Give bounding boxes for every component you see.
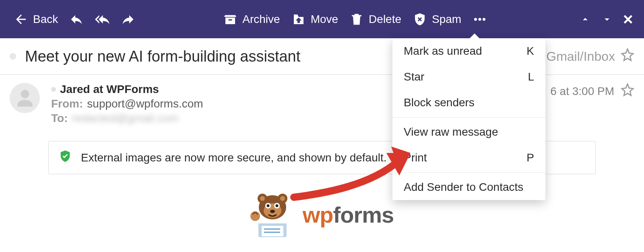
dropdown-arrow (469, 33, 480, 39)
reply-all-button[interactable] (89, 12, 115, 27)
email-body-logo: wpforms (0, 190, 644, 239)
spam-button[interactable]: Spam (407, 12, 467, 27)
spam-shield-icon (413, 12, 427, 27)
mail-toolbar: Back Archive Move Delete (0, 0, 644, 38)
to-address: redacted@gmail.com (72, 112, 178, 125)
svg-point-1 (479, 18, 481, 21)
menu-view-raw[interactable]: View raw message (392, 119, 545, 145)
subject-row: Meet your new AI form-building assistant… (0, 38, 644, 75)
reply-all-icon (95, 12, 109, 27)
forward-button[interactable] (115, 12, 141, 27)
ellipsis-icon (473, 12, 487, 27)
move-label: Move (311, 13, 338, 26)
menu-label: View raw message (404, 126, 498, 138)
menu-star[interactable]: Star L (392, 64, 545, 90)
message-header: Jared at WPForms From: support@wpforms.c… (0, 75, 644, 126)
star-icon[interactable] (621, 83, 634, 99)
svg-rect-16 (262, 226, 283, 236)
menu-mark-unread[interactable]: Mark as unread K (392, 38, 545, 64)
notice-text: External images are now more secure, and… (81, 151, 387, 164)
unread-dot (10, 53, 16, 60)
to-label: To: (51, 112, 68, 125)
move-button[interactable]: Move (286, 12, 344, 27)
move-icon (291, 12, 306, 27)
star-icon[interactable] (621, 48, 634, 65)
more-actions-dropdown: Mark as unread K Star L Block senders Vi… (392, 38, 545, 200)
archive-label: Archive (242, 13, 280, 26)
menu-shortcut: K (526, 45, 534, 58)
menu-print[interactable]: Print P (392, 145, 545, 171)
svg-point-12 (275, 204, 278, 207)
from-address: support@wpforms.com (87, 97, 203, 110)
menu-label: Block senders (404, 96, 475, 109)
more-actions-button[interactable] (467, 12, 493, 27)
delete-button[interactable]: Delete (344, 12, 407, 27)
arrow-left-icon (14, 12, 28, 27)
svg-point-0 (474, 18, 477, 21)
status-dot (51, 87, 56, 92)
menu-add-sender-to-contacts[interactable]: Add Sender to Contacts (392, 174, 545, 200)
trash-icon (349, 12, 364, 27)
svg-point-11 (266, 204, 269, 207)
svg-point-6 (260, 196, 265, 201)
menu-separator (392, 117, 545, 118)
spam-label: Spam (432, 13, 461, 26)
archive-button[interactable]: Archive (217, 12, 285, 27)
wpforms-mascot-icon (250, 190, 295, 239)
menu-shortcut: L (528, 70, 534, 83)
menu-shortcut: P (526, 151, 534, 164)
sender-name: Jared at WPForms (60, 83, 159, 96)
avatar (10, 83, 40, 113)
svg-point-2 (483, 18, 485, 21)
menu-block-senders[interactable]: Block senders (392, 90, 545, 116)
menu-label: Print (404, 151, 427, 164)
archive-icon (223, 12, 237, 27)
menu-separator (392, 172, 545, 173)
menu-label: Add Sender to Contacts (404, 181, 523, 194)
menu-label: Star (404, 70, 424, 83)
chevron-up-icon[interactable] (578, 12, 592, 27)
email-subject: Meet your new AI form-building assistant (25, 48, 300, 65)
forward-icon (121, 12, 135, 27)
menu-label: Mark as unread (404, 45, 482, 58)
wpforms-logo-text: wpforms (303, 202, 394, 228)
reply-icon (69, 12, 84, 27)
reply-button[interactable] (64, 12, 89, 27)
message-date: 6 at 3:00 PM (550, 85, 614, 98)
back-button[interactable]: Back (8, 12, 64, 27)
chevron-down-icon[interactable] (600, 12, 614, 27)
svg-rect-15 (258, 219, 287, 223)
shield-check-icon (58, 149, 72, 166)
close-icon[interactable] (621, 12, 636, 27)
svg-point-7 (280, 196, 285, 201)
from-label: From: (51, 97, 83, 110)
folder-path[interactable]: Gmail/Inbox (546, 49, 615, 64)
back-label: Back (33, 13, 58, 26)
delete-label: Delete (369, 13, 401, 26)
svg-point-13 (270, 210, 275, 213)
